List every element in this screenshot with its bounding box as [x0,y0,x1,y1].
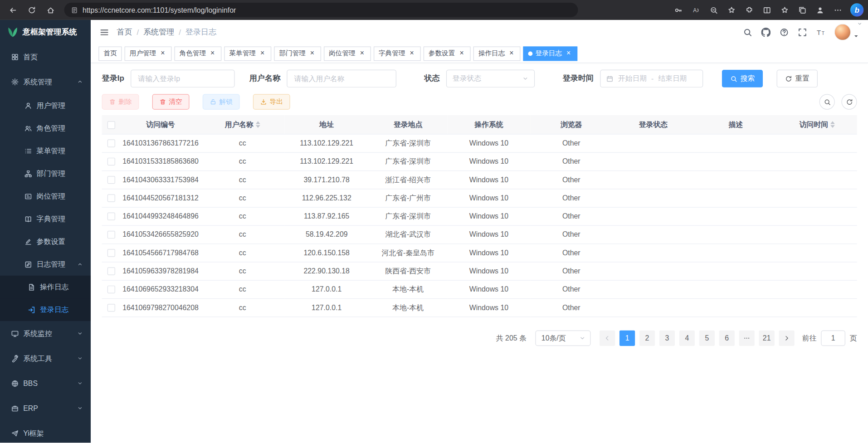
favorite-add-icon[interactable] [723,2,740,18]
row-checkbox[interactable] [107,231,115,239]
help-icon[interactable] [780,27,789,37]
page-size-select[interactable]: 10条/页 [535,330,590,346]
star-icon[interactable] [776,2,793,18]
row-checkbox[interactable] [107,249,115,257]
sidebar-item-home[interactable]: 首页 [0,44,91,69]
page-button-1[interactable]: 1 [619,330,635,346]
sidebar-item-system-monitor[interactable]: 系统监控 [0,321,91,346]
read-aloud-icon[interactable]: A [688,2,704,18]
hamburger-icon[interactable] [100,27,109,37]
select-all-checkbox[interactable] [107,121,115,129]
row-checkbox[interactable] [107,268,115,275]
close-icon[interactable]: × [565,49,572,57]
sidebar-item-post-mgmt[interactable]: 岗位管理 [0,185,91,208]
close-icon[interactable]: × [458,49,466,57]
page-button-6[interactable]: 6 [719,330,735,346]
split-screen-icon[interactable] [758,2,775,18]
breadcrumb-item[interactable]: 首页 [117,27,132,37]
column-header[interactable]: 用户名称 [200,115,285,134]
row-checkbox[interactable] [107,213,115,220]
sidebar-item-system-tools[interactable]: 系统工具 [0,346,91,371]
column-header[interactable]: 访问编号 [121,115,200,134]
zoom-out-icon[interactable] [705,2,722,18]
close-icon[interactable]: × [358,49,366,57]
search-icon[interactable] [743,27,752,37]
refresh-icon[interactable] [23,2,40,18]
sidebar-item-system-mgmt[interactable]: 系统管理 [0,69,91,94]
search-button[interactable]: 搜索 [722,70,763,88]
page-button-2[interactable]: 2 [639,330,655,346]
key-icon[interactable] [670,2,687,18]
sidebar-item-param-settings[interactable]: 参数设置 [0,230,91,253]
sidebar-item-log-mgmt[interactable]: 日志管理 [0,253,91,276]
breadcrumb-item[interactable]: 系统管理 [143,27,174,37]
caret-down-icon[interactable] [853,33,859,39]
sidebar-item-dict-mgmt[interactable]: 字典管理 [0,208,91,230]
row-checkbox[interactable] [107,195,115,202]
tab-home[interactable]: 首页 [98,46,122,61]
sidebar-item-user-mgmt[interactable]: 用户管理 [0,94,91,117]
goto-page-input[interactable] [821,330,845,346]
close-icon[interactable]: × [209,49,216,57]
page-button-3[interactable]: 3 [659,330,675,346]
row-checkbox[interactable] [107,304,115,312]
user-avatar[interactable] [834,24,851,40]
status-select[interactable]: 登录状态 [446,70,535,88]
sidebar-item-operation-log[interactable]: 操作日志 [0,276,91,298]
refresh-table-button[interactable] [841,94,857,110]
copilot-icon[interactable]: b [850,3,863,16]
unlock-button[interactable]: 解锁 [203,94,240,110]
sort-carets[interactable] [830,119,835,130]
clear-button[interactable]: 清空 [152,94,190,110]
collections-icon[interactable] [794,2,810,18]
sort-carets[interactable] [256,119,260,130]
tab-dept-mgmt[interactable]: 部门管理× [274,46,321,61]
more-pages-button[interactable] [739,330,755,346]
back-icon[interactable] [5,2,21,18]
tab-dict-mgmt[interactable]: 字典管理× [374,46,421,61]
prev-page-button[interactable] [600,330,615,346]
tab-login-log[interactable]: 登录日志× [523,46,578,61]
close-icon[interactable]: × [308,49,316,57]
sidebar-item-dept-mgmt[interactable]: 部门管理 [0,162,91,185]
user-name-input[interactable] [287,70,397,88]
row-checkbox[interactable] [107,176,115,184]
date-range-picker[interactable]: 开始日期 - 结束日期 [600,70,703,88]
fullscreen-icon[interactable] [798,27,807,37]
page-button-21[interactable]: 21 [759,330,775,346]
sidebar-item-yi-framework[interactable]: Yi框架 [0,421,91,443]
next-page-button[interactable] [779,330,795,346]
column-header[interactable]: 访问时间 [777,115,857,134]
font-size-icon[interactable]: TT [816,27,825,37]
row-checkbox[interactable] [107,140,115,147]
sidebar-item-menu-mgmt[interactable]: 菜单管理 [0,140,91,162]
export-button[interactable]: 导出 [253,94,290,110]
url-bar[interactable]: https://ccnetcore.com:1101/system/log/lo… [64,3,578,17]
tab-param-settings[interactable]: 参数设置× [424,46,471,61]
page-button-5[interactable]: 5 [699,330,715,346]
reset-button[interactable]: 重置 [777,70,818,88]
page-button-4[interactable]: 4 [679,330,695,346]
close-icon[interactable]: × [507,49,515,57]
tab-user-mgmt[interactable]: 用户管理× [125,46,172,61]
column-header[interactable]: 登录地点 [369,115,447,134]
column-header[interactable]: 登录状态 [612,115,694,134]
row-checkbox[interactable] [107,286,115,293]
more-icon[interactable] [829,2,846,18]
site-info-icon[interactable] [71,6,78,14]
ip-input[interactable] [131,70,235,88]
tab-post-mgmt[interactable]: 岗位管理× [324,46,371,61]
tab-role-mgmt[interactable]: 角色管理× [175,46,222,61]
toggle-search-button[interactable] [819,94,835,110]
sidebar-item-role-mgmt[interactable]: 角色管理 [0,117,91,140]
column-header[interactable]: 描述 [694,115,777,134]
column-header[interactable]: 地址 [284,115,369,134]
sidebar-item-erp[interactable]: ERP [0,396,91,421]
column-header[interactable]: 操作系统 [447,115,530,134]
row-checkbox[interactable] [107,158,115,166]
close-icon[interactable]: × [258,49,266,57]
tab-menu-mgmt[interactable]: 菜单管理× [224,46,271,61]
chevron-down-icon[interactable] [857,21,863,26]
column-header[interactable]: 浏览器 [530,115,612,134]
extensions-icon[interactable] [741,2,757,18]
